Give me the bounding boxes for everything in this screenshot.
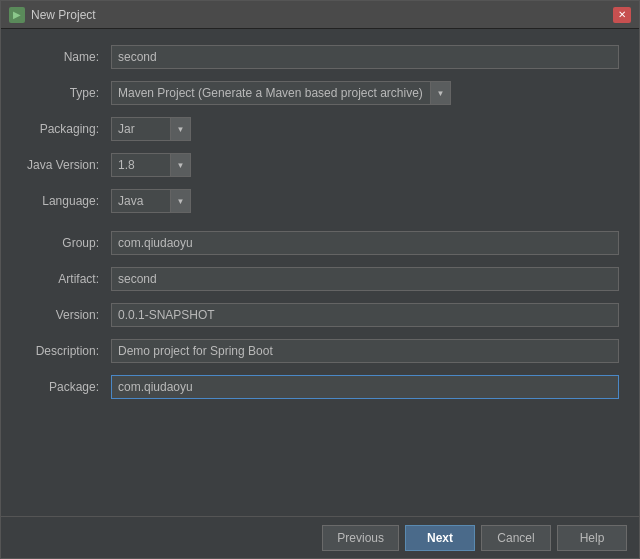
java-version-dropdown-btn[interactable]: ▼ [171,153,191,177]
artifact-row: Artifact: [21,267,619,291]
packaging-label: Packaging: [21,122,111,136]
java-version-select[interactable]: 1.8 11 17 [111,153,171,177]
next-button[interactable]: Next [405,525,475,551]
packaging-select-container: Jar War ▼ [111,117,619,141]
package-row: Package: [21,375,619,399]
dialog-title: New Project [31,8,96,22]
type-field: Maven Project (Generate a Maven based pr… [111,81,619,105]
type-select[interactable]: Maven Project (Generate a Maven based pr… [111,81,431,105]
description-input[interactable] [111,339,619,363]
help-button[interactable]: Help [557,525,627,551]
language-label: Language: [21,194,111,208]
version-field [111,303,619,327]
title-bar: ▶ New Project ✕ [1,1,639,29]
java-version-field: 1.8 11 17 ▼ [111,153,619,177]
name-row: Name: [21,45,619,69]
name-label: Name: [21,50,111,64]
description-label: Description: [21,344,111,358]
group-label: Group: [21,236,111,250]
type-row: Type: Maven Project (Generate a Maven ba… [21,81,619,105]
packaging-dropdown-btn[interactable]: ▼ [171,117,191,141]
type-select-container: Maven Project (Generate a Maven based pr… [111,81,619,105]
description-field [111,339,619,363]
package-input[interactable] [111,375,619,399]
type-label: Type: [21,86,111,100]
java-version-select-container: 1.8 11 17 ▼ [111,153,619,177]
java-version-row: Java Version: 1.8 11 17 ▼ [21,153,619,177]
packaging-field: Jar War ▼ [111,117,619,141]
form-content: Name: Type: Maven Project (Generate a Ma… [1,29,639,516]
version-label: Version: [21,308,111,322]
name-field [111,45,619,69]
previous-button[interactable]: Previous [322,525,399,551]
package-label: Package: [21,380,111,394]
group-field [111,231,619,255]
new-project-dialog: ▶ New Project ✕ Name: Type: Maven Projec… [0,0,640,559]
packaging-row: Packaging: Jar War ▼ [21,117,619,141]
name-input[interactable] [111,45,619,69]
language-select-container: Java Kotlin Groovy ▼ [111,189,619,213]
title-bar-left: ▶ New Project [9,7,96,23]
group-row: Group: [21,231,619,255]
close-button[interactable]: ✕ [613,7,631,23]
artifact-field [111,267,619,291]
language-field: Java Kotlin Groovy ▼ [111,189,619,213]
artifact-label: Artifact: [21,272,111,286]
type-dropdown-btn[interactable]: ▼ [431,81,451,105]
language-dropdown-btn[interactable]: ▼ [171,189,191,213]
group-input[interactable] [111,231,619,255]
version-input[interactable] [111,303,619,327]
language-row: Language: Java Kotlin Groovy ▼ [21,189,619,213]
cancel-button[interactable]: Cancel [481,525,551,551]
artifact-input[interactable] [111,267,619,291]
project-icon: ▶ [9,7,25,23]
language-select[interactable]: Java Kotlin Groovy [111,189,171,213]
version-row: Version: [21,303,619,327]
footer: Previous Next Cancel Help [1,516,639,558]
description-row: Description: [21,339,619,363]
package-field [111,375,619,399]
packaging-select[interactable]: Jar War [111,117,171,141]
java-version-label: Java Version: [21,158,111,172]
